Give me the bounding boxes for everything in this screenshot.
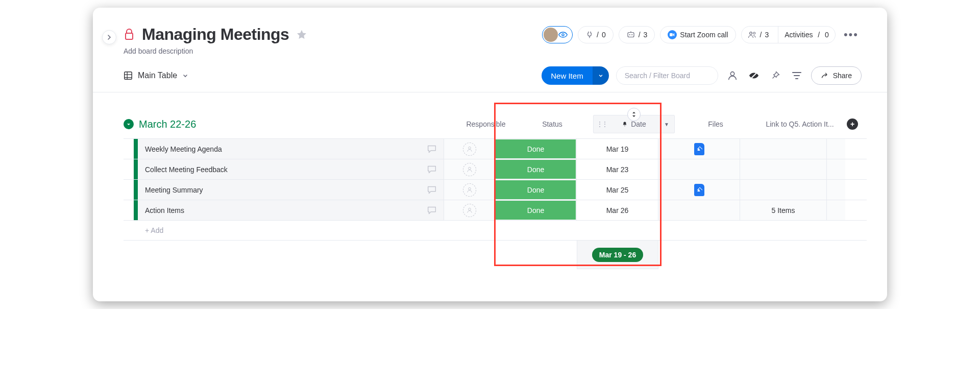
conversation-icon[interactable] [426, 164, 437, 175]
chevron-down-icon [182, 73, 188, 79]
lock-icon [124, 28, 135, 41]
date-cell[interactable]: Mar 23 [577, 159, 658, 179]
column-header-status[interactable]: Status [511, 120, 593, 128]
eye-off-icon [748, 70, 760, 81]
table-row[interactable]: Meeting Summary Done Mar 25 [124, 179, 867, 200]
date-cell[interactable]: Mar 25 [577, 180, 658, 200]
integrations-pill[interactable]: / 0 [578, 26, 614, 43]
svg-point-6 [749, 32, 752, 34]
files-cell[interactable] [658, 159, 740, 179]
empty-add-cell [827, 139, 845, 159]
members-activities-pill[interactable]: / 3 Activities / 0 [741, 26, 836, 43]
header-actions: / 0 / 3 Start Zoom call / 3 [542, 26, 862, 43]
chevron-right-icon [107, 35, 112, 40]
responsible-cell[interactable] [444, 159, 495, 179]
svg-point-13 [468, 208, 471, 210]
new-item-dropdown[interactable] [593, 66, 609, 85]
empty-add-cell [827, 159, 845, 179]
zoom-button[interactable]: Start Zoom call [660, 26, 736, 43]
column-header-responsible[interactable]: Responsible [460, 120, 511, 128]
file-icon [694, 143, 704, 155]
viewers-pill[interactable] [542, 26, 573, 43]
board-title[interactable]: Managing Meetings [142, 25, 289, 44]
share-button[interactable]: Share [811, 66, 862, 85]
svg-rect-8 [125, 72, 132, 79]
conversation-icon[interactable] [426, 184, 437, 196]
expand-sidebar-button[interactable] [102, 30, 116, 44]
app-frame: Managing Meetings / 0 / 3 [93, 8, 887, 301]
svg-point-1 [562, 33, 564, 35]
files-cell[interactable] [658, 200, 740, 220]
hide-columns-button[interactable] [747, 68, 761, 83]
date-cell[interactable]: Mar 26 [577, 200, 658, 220]
bell-icon [622, 121, 628, 127]
person-icon [727, 70, 738, 81]
drag-handle-icon[interactable]: ⋮⋮ [597, 121, 607, 128]
add-column-button[interactable]: + [843, 118, 862, 130]
automations-count: 3 [644, 31, 648, 39]
link-cell[interactable] [740, 139, 827, 159]
responsible-cell[interactable] [444, 200, 495, 220]
add-row[interactable]: + Add [124, 220, 867, 241]
sort-indicator[interactable] [627, 108, 641, 121]
filter-icon [792, 71, 802, 80]
row-name-cell[interactable]: Meeting Summary [138, 180, 444, 200]
group-collapse-toggle[interactable] [124, 119, 134, 129]
chevron-down-icon[interactable]: ▼ [664, 122, 669, 127]
status-cell[interactable]: Done [495, 139, 577, 159]
status-chip: Done [496, 139, 576, 158]
svg-point-4 [631, 34, 632, 35]
search-input[interactable] [616, 66, 718, 85]
item-name: Collect Meeting Feedback [145, 165, 228, 174]
table-row[interactable]: Collect Meeting Feedback Done Mar 23 [124, 159, 867, 179]
view-label: Main Table [138, 71, 177, 80]
pin-button[interactable] [768, 68, 782, 83]
row-name-cell[interactable]: Weekly Meeting Agenda [138, 139, 444, 159]
row-name-cell[interactable]: Action Items [138, 200, 444, 220]
avatar [544, 28, 558, 42]
share-icon [821, 72, 829, 79]
svg-point-11 [468, 167, 471, 170]
responsible-cell[interactable] [444, 180, 495, 200]
eye-icon [558, 30, 568, 40]
star-icon[interactable] [296, 29, 307, 40]
link-cell[interactable]: 5 Items [740, 200, 827, 220]
filter-button[interactable] [790, 68, 804, 83]
summary-row: Mar 19 - 26 [124, 241, 867, 269]
robot-icon [626, 31, 635, 39]
column-header-link[interactable]: Link to Q5. Action It... [756, 120, 843, 128]
group-title[interactable]: March 22-26 [139, 118, 196, 130]
table-row[interactable]: Action Items Done Mar 26 5 Items [124, 200, 867, 220]
activities-label: Activities [785, 31, 813, 39]
status-cell[interactable]: Done [495, 180, 577, 200]
svg-point-7 [753, 32, 755, 34]
file-icon [694, 184, 704, 196]
link-cell[interactable] [740, 159, 827, 179]
date-cell[interactable]: Mar 19 [577, 139, 658, 159]
board-description[interactable]: Add board description [93, 44, 887, 55]
files-cell[interactable] [658, 139, 740, 159]
status-cell[interactable]: Done [495, 159, 577, 179]
status-chip: Done [496, 160, 576, 179]
link-cell[interactable] [740, 180, 827, 200]
row-name-cell[interactable]: Collect Meeting Feedback [138, 159, 444, 179]
integrations-count: 0 [602, 31, 606, 39]
column-header-files[interactable]: Files [675, 120, 756, 128]
status-chip: Done [496, 201, 576, 220]
new-item-button[interactable]: New Item [542, 66, 608, 85]
zoom-label: Start Zoom call [680, 31, 728, 39]
more-menu-button[interactable]: ••• [841, 28, 862, 41]
automations-pill[interactable]: / 3 [619, 26, 655, 43]
group-color-tab [134, 159, 138, 179]
table-row[interactable]: Weekly Meeting Agenda Done Mar 19 [124, 138, 867, 159]
files-cell[interactable] [658, 180, 740, 200]
view-selector[interactable]: Main Table [124, 71, 188, 80]
person-filter-button[interactable] [725, 68, 740, 83]
item-name: Weekly Meeting Agenda [145, 145, 222, 153]
responsible-cell[interactable] [444, 139, 495, 159]
conversation-icon[interactable] [426, 205, 437, 216]
column-header-date[interactable]: ⋮⋮ Date ▼ [593, 115, 675, 133]
board-header: Managing Meetings / 0 / 3 [93, 8, 887, 44]
conversation-icon[interactable] [426, 144, 437, 155]
status-cell[interactable]: Done [495, 200, 577, 220]
